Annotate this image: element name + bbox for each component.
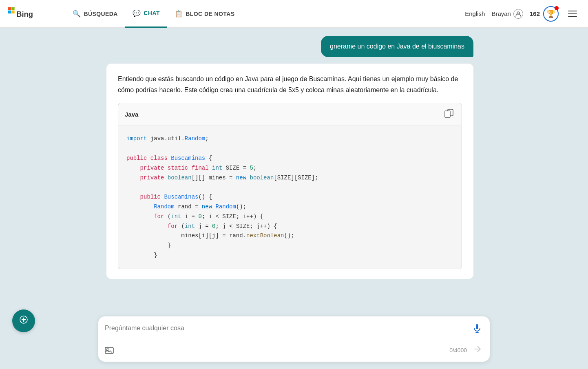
- header: Bing 🔍 BÚSQUEDA 💬 CHAT 📋 BLOC DE NOTAS E…: [0, 0, 588, 28]
- nav-chat[interactable]: 💬 CHAT: [125, 0, 167, 28]
- input-footer: 0/4000: [98, 340, 490, 362]
- svg-rect-1: [11, 7, 14, 10]
- code-line-4: private static final int SIZE = 5;: [126, 164, 453, 173]
- code-body: import java.util.Random; public class Bu…: [118, 126, 462, 268]
- nav-busqueda[interactable]: 🔍 BÚSQUEDA: [65, 0, 125, 28]
- nav-busqueda-label: BÚSQUEDA: [84, 11, 117, 17]
- user-profile[interactable]: Brayan: [491, 9, 523, 19]
- nav-bloc-label: BLOC DE NOTAS: [186, 11, 234, 17]
- score-value: 162: [530, 10, 540, 17]
- code-block: Java import java.util.Random; public cla…: [118, 103, 462, 269]
- svg-rect-2: [8, 10, 11, 13]
- score-badge[interactable]: 🏆: [543, 6, 559, 22]
- code-line-11: mines[i][j] = rand.nextBoolean();: [126, 231, 453, 241]
- svg-rect-7: [445, 111, 450, 117]
- nav-chat-label: CHAT: [144, 10, 160, 16]
- code-line-10: for (int j = 0; j < SIZE; j++) {: [126, 222, 453, 232]
- chat-input[interactable]: [105, 325, 467, 332]
- search-icon: 🔍: [73, 10, 81, 18]
- code-line-7: public Buscaminas() {: [126, 192, 453, 202]
- assistant-intro: Entiendo que estás buscando un código en…: [118, 75, 458, 93]
- nav: 🔍 BÚSQUEDA 💬 CHAT 📋 BLOC DE NOTAS: [65, 0, 465, 28]
- svg-text:Bing: Bing: [16, 10, 33, 18]
- user-message: gnerame un codigo en Java de el biuscami…: [106, 36, 482, 57]
- svg-rect-10: [476, 324, 478, 329]
- assistant-message: Entiendo que estás buscando un código en…: [106, 64, 473, 279]
- chat-area: gnerame un codigo en Java de el biuscami…: [98, 28, 490, 344]
- mic-button[interactable]: [471, 322, 483, 334]
- trophy-icon: 🏆: [546, 9, 555, 18]
- char-count: 0/4000: [449, 347, 467, 354]
- code-line-5: private boolean[][] mines = new boolean[…: [126, 173, 453, 183]
- input-bar-wrapper: 0/4000: [0, 312, 588, 369]
- assistant-text: Entiendo que estás buscando un código en…: [118, 73, 462, 95]
- code-line-12: }: [126, 241, 453, 251]
- chat-icon: 💬: [133, 9, 141, 17]
- code-line-8: Random rand = new Random();: [126, 202, 453, 212]
- hamburger-line-2: [568, 13, 577, 14]
- svg-rect-0: [8, 7, 11, 10]
- user-bubble: gnerame un codigo en Java de el biuscami…: [321, 36, 473, 57]
- notification-dot: [555, 6, 559, 10]
- hamburger-line-3: [568, 16, 577, 17]
- image-upload-button[interactable]: [105, 346, 114, 355]
- copy-button[interactable]: [443, 107, 455, 122]
- notepad-icon: 📋: [175, 10, 183, 18]
- code-lang-label: Java: [125, 109, 138, 120]
- send-button[interactable]: [472, 343, 483, 357]
- code-line-9: for (int i = 0; i < SIZE; i++) {: [126, 212, 453, 222]
- code-header: Java: [118, 103, 462, 126]
- logo[interactable]: Bing: [8, 7, 53, 21]
- input-bar: 0/4000: [98, 316, 490, 362]
- header-right: English Brayan 162 🏆: [465, 6, 580, 22]
- code-line-3: public class Buscaminas {: [126, 154, 453, 164]
- hamburger-line-1: [568, 11, 577, 11]
- user-avatar: [513, 9, 523, 19]
- user-name: Brayan: [491, 10, 511, 17]
- nav-bloc[interactable]: 📋 BLOC DE NOTAS: [167, 0, 242, 28]
- input-row: [98, 316, 490, 340]
- user-message-text: gnerame un codigo en Java de el biuscami…: [330, 43, 464, 50]
- code-line-2: [126, 144, 453, 154]
- svg-rect-3: [11, 10, 14, 13]
- language-selector[interactable]: English: [465, 10, 485, 17]
- code-line-13: }: [126, 251, 453, 261]
- score-area: 162 🏆: [530, 6, 559, 22]
- code-line-6: [126, 183, 453, 192]
- code-line-1: import java.util.Random;: [126, 134, 453, 144]
- hamburger-menu[interactable]: [565, 7, 580, 21]
